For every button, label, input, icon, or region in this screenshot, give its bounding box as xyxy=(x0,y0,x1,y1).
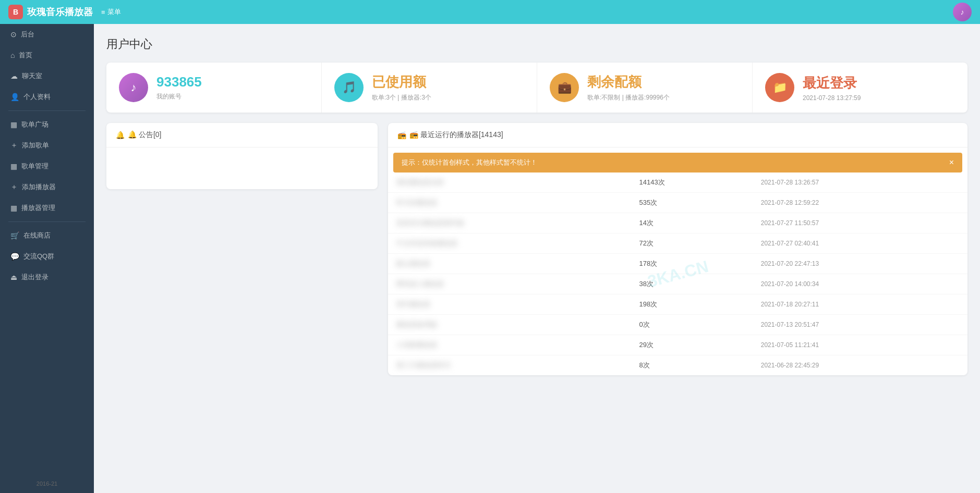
app-logo: B 玫瑰音乐播放器 xyxy=(8,5,93,19)
player-count-cell: 72次 xyxy=(631,233,753,254)
sidebar-item-playlist-square[interactable]: ▦ 歌单广场 xyxy=(0,114,94,135)
sidebar-divider-2 xyxy=(8,221,86,222)
player-name-cell: 简约播放器 xyxy=(388,294,631,315)
sidebar-label-add-player: 添加播放器 xyxy=(22,182,56,192)
player-count-cell: 8次 xyxy=(631,355,753,376)
sidebar-label-playlist-square: 歌单广场 xyxy=(21,120,49,129)
notice-body xyxy=(106,147,378,189)
player-table: 测试播放器名称14143次2021-07-28 13:26:57昨天的播放器53… xyxy=(388,172,967,375)
notice-header: 🔔 🔔 公告[0] xyxy=(106,123,378,147)
player-time-cell: 2021-06-28 22:45:29 xyxy=(753,355,967,376)
profile-icon: 👤 xyxy=(10,93,19,101)
menu-label: 菜单 xyxy=(107,7,121,17)
table-row: 默认播放器178次2021-07-20 22:47:13 xyxy=(388,254,967,274)
player-time-cell: 2021-07-18 20:27:11 xyxy=(753,294,967,315)
sidebar-item-manage-player[interactable]: ▦ 播放器管理 xyxy=(0,198,94,218)
user-avatar-card: ♪ xyxy=(119,73,148,102)
notice-panel: 🔔 🔔 公告[0] xyxy=(106,123,378,189)
sidebar-item-add-player[interactable]: ＋ 添加播放器 xyxy=(0,177,94,198)
player-name-cell: 某某音乐播放器插件版 xyxy=(388,213,631,233)
sidebar-item-manage-playlist[interactable]: ▦ 歌单管理 xyxy=(0,156,94,177)
sidebar-item-chat[interactable]: ☁ 聊天室 xyxy=(0,66,94,87)
menu-toggle[interactable]: ≡ 菜单 xyxy=(101,7,121,17)
sidebar-label-logout: 退出登录 xyxy=(21,273,49,282)
player-panel-header: 📻 📻 最近运行的播放器[14143] xyxy=(388,123,967,147)
qq-icon: 💬 xyxy=(10,252,19,261)
table-row: 播放器备用版0次2021-07-13 20:51:47 xyxy=(388,315,967,335)
player-count-cell: 14次 xyxy=(631,213,753,233)
lastlogin-value: 2021-07-28 13:27:59 xyxy=(803,94,955,102)
player-name-cell: 网页嵌入播放器 xyxy=(388,274,631,294)
player-name-cell: 播放器备用版 xyxy=(388,315,631,335)
sidebar: ⊙ 后台 ⌂ 首页 ☁ 聊天室 👤 个人资料 ▦ 歌单广场 ＋ 添加歌单 ▦ 歌… xyxy=(0,24,94,493)
bell-icon: 🔔 xyxy=(116,131,125,139)
table-row: 某某音乐播放器插件版14次2021-07-27 11:50:57 xyxy=(388,213,967,233)
player-panel-icon: 📻 xyxy=(397,131,406,139)
player-time-cell: 2021-07-28 13:26:57 xyxy=(753,172,967,193)
player-name-cell: 昨天的播放器 xyxy=(388,193,631,213)
sidebar-label-add-playlist: 添加歌单 xyxy=(22,141,49,150)
player-count-cell: 178次 xyxy=(631,254,753,274)
notice-header-label: 🔔 公告[0] xyxy=(128,130,161,140)
player-count-cell: 535次 xyxy=(631,193,753,213)
shop-icon: 🛒 xyxy=(10,231,19,240)
table-row: 中文科技风格播放器72次2021-07-27 02:40:41 xyxy=(388,233,967,254)
add-playlist-icon: ＋ xyxy=(10,141,18,150)
sidebar-label-shop: 在线商店 xyxy=(23,231,51,240)
logout-icon: ⏏ xyxy=(10,273,17,281)
playlist-square-icon: ▦ xyxy=(10,120,17,129)
player-time-cell: 2021-07-20 14:00:34 xyxy=(753,274,967,294)
hamburger-icon: ≡ xyxy=(101,8,105,16)
sidebar-label-profile: 个人资料 xyxy=(23,92,51,102)
logo-icon: B xyxy=(8,5,23,19)
sidebar-divider-1 xyxy=(8,110,86,111)
table-row: 小清新播放器29次2021-07-05 11:21:41 xyxy=(388,335,967,355)
player-name-cell: 测试播放器名称 xyxy=(388,172,631,193)
table-row: 昨天的播放器535次2021-07-28 12:59:22 xyxy=(388,193,967,213)
player-time-cell: 2021-07-20 22:47:13 xyxy=(753,254,967,274)
stats-row: ♪ 933865 我的账号 🎵 已使用额 歌单:3个 | 播放器:3个 💼 xyxy=(106,63,967,113)
sidebar-item-shop[interactable]: 🛒 在线商店 xyxy=(0,225,94,246)
sidebar-footer: 2016-21 xyxy=(0,474,94,493)
lastlogin-info: 最近登录 2021-07-28 13:27:59 xyxy=(803,74,955,102)
stat-card-used: 🎵 已使用额 歌单:3个 | 播放器:3个 xyxy=(322,63,537,113)
player-time-cell: 2021-07-27 11:50:57 xyxy=(753,213,967,233)
content-grid: 🔔 🔔 公告[0] 📻 📻 最近运行的播放器[14143] 提示：仅统计首创样式… xyxy=(106,123,967,375)
sidebar-item-qq[interactable]: 💬 交流QQ群 xyxy=(0,246,94,267)
sidebar-label-qq: 交流QQ群 xyxy=(23,252,54,261)
app-name: 玫瑰音乐播放器 xyxy=(27,6,93,18)
alert-banner: 提示：仅统计首创样式，其他样式暂不统计！ × xyxy=(393,153,962,172)
player-name-cell: 小清新播放器 xyxy=(388,335,631,355)
player-count-cell: 29次 xyxy=(631,335,753,355)
table-row: 测试播放器名称14143次2021-07-28 13:26:57 xyxy=(388,172,967,193)
sidebar-label-manage-player: 播放器管理 xyxy=(21,203,55,213)
sidebar-item-add-playlist[interactable]: ＋ 添加歌单 xyxy=(0,135,94,156)
sidebar-label-backend: 后台 xyxy=(21,30,34,39)
player-count-cell: 198次 xyxy=(631,294,753,315)
sidebar-item-home[interactable]: ⌂ 首页 xyxy=(0,45,94,66)
lastlogin-title: 最近登录 xyxy=(803,74,955,92)
main-content: 用户中心 ♪ 933865 我的账号 🎵 已使用额 歌单:3个 | 播放器:3个 xyxy=(94,24,980,493)
used-info: 已使用额 歌单:3个 | 播放器:3个 xyxy=(372,73,524,102)
remaining-info: 剩余配额 歌单:不限制 | 播放器:99996个 xyxy=(587,73,740,102)
player-time-cell: 2021-07-13 20:51:47 xyxy=(753,315,967,335)
sidebar-label-home: 首页 xyxy=(19,51,32,60)
manage-player-icon: ▦ xyxy=(10,204,17,212)
manage-playlist-icon: ▦ xyxy=(10,162,17,170)
add-player-icon: ＋ xyxy=(10,182,18,192)
topbar: B 玫瑰音乐播放器 ≡ 菜单 ♪ xyxy=(0,0,980,24)
sidebar-label-chat: 聊天室 xyxy=(22,71,42,81)
account-info: 933865 我的账号 xyxy=(156,74,309,101)
remaining-sublabel: 歌单:不限制 | 播放器:99996个 xyxy=(587,93,740,102)
player-panel: 📻 📻 最近运行的播放器[14143] 提示：仅统计首创样式，其他样式暂不统计！… xyxy=(388,123,967,375)
sidebar-item-profile[interactable]: 👤 个人资料 xyxy=(0,87,94,107)
stat-card-lastlogin: 📁 最近登录 2021-07-28 13:27:59 xyxy=(753,63,967,113)
avatar-initial: ♪ xyxy=(961,8,964,16)
used-title: 已使用额 xyxy=(372,73,524,91)
chat-icon: ☁ xyxy=(10,72,18,80)
sidebar-item-backend[interactable]: ⊙ 后台 xyxy=(0,24,94,45)
used-icon: 🎵 xyxy=(334,73,364,102)
user-avatar[interactable]: ♪ xyxy=(953,3,972,21)
sidebar-item-logout[interactable]: ⏏ 退出登录 xyxy=(0,267,94,288)
alert-close-button[interactable]: × xyxy=(949,158,954,167)
